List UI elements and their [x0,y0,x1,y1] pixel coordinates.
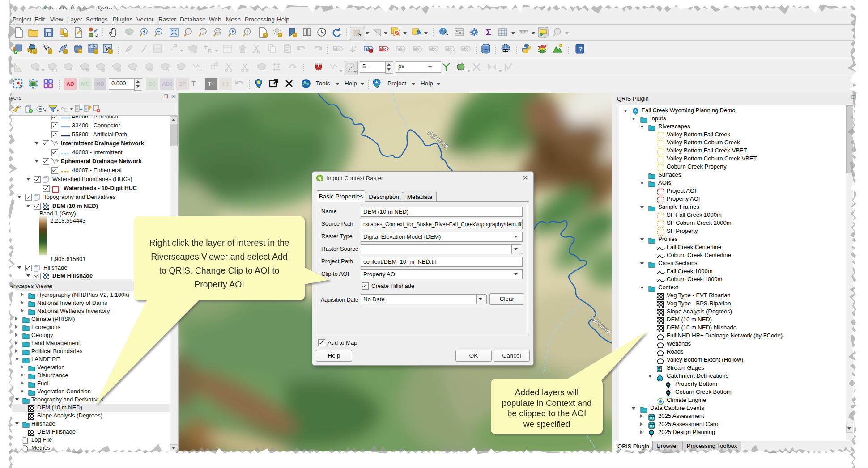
svg-text:Σ: Σ [486,27,492,37]
svg-text:abc: abc [446,47,453,51]
svg-text:abc: abc [380,47,387,51]
svg-text:?: ? [579,46,583,52]
svg-text:abc: abc [462,47,469,51]
